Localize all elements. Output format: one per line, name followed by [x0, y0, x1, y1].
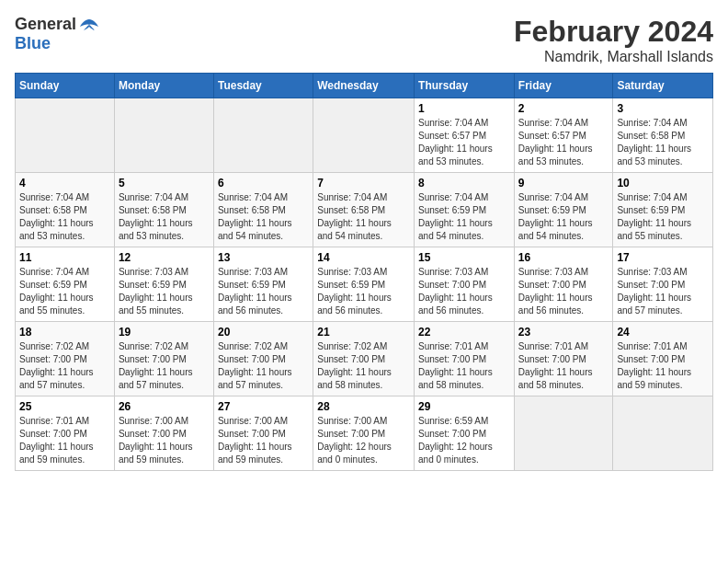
calendar-cell: 15Sunrise: 7:03 AM Sunset: 7:00 PM Dayli…: [415, 247, 515, 322]
day-number: 25: [19, 400, 110, 413]
calendar-cell: 6Sunrise: 7:04 AM Sunset: 6:58 PM Daylig…: [213, 173, 313, 247]
day-number: 11: [19, 251, 110, 264]
day-detail: Sunrise: 7:03 AM Sunset: 6:59 PM Dayligh…: [317, 266, 410, 317]
column-header-wednesday: Wednesday: [313, 74, 415, 98]
calendar-cell: 24Sunrise: 7:01 AM Sunset: 7:00 PM Dayli…: [613, 322, 713, 396]
calendar-cell: 18Sunrise: 7:02 AM Sunset: 7:00 PM Dayli…: [16, 322, 115, 396]
day-number: 26: [119, 400, 210, 413]
calendar-cell: 11Sunrise: 7:04 AM Sunset: 6:59 PM Dayli…: [16, 247, 115, 322]
day-detail: Sunrise: 7:02 AM Sunset: 7:00 PM Dayligh…: [19, 340, 110, 392]
day-detail: Sunrise: 7:04 AM Sunset: 6:58 PM Dayligh…: [617, 117, 709, 168]
calendar-week-2: 4Sunrise: 7:04 AM Sunset: 6:58 PM Daylig…: [16, 173, 713, 247]
calendar-cell: [514, 396, 613, 471]
day-number: 17: [617, 251, 709, 264]
day-detail: Sunrise: 7:01 AM Sunset: 7:00 PM Dayligh…: [617, 340, 709, 392]
column-header-friday: Friday: [514, 74, 613, 98]
calendar-table: SundayMondayTuesdayWednesdayThursdayFrid…: [15, 73, 713, 471]
day-number: 24: [617, 326, 709, 339]
day-number: 20: [218, 326, 309, 339]
calendar-cell: 19Sunrise: 7:02 AM Sunset: 7:00 PM Dayli…: [114, 322, 213, 396]
calendar-cell: 27Sunrise: 7:00 AM Sunset: 7:00 PM Dayli…: [213, 396, 313, 471]
day-detail: Sunrise: 7:03 AM Sunset: 7:00 PM Dayligh…: [418, 266, 510, 317]
day-detail: Sunrise: 7:04 AM Sunset: 6:59 PM Dayligh…: [518, 191, 609, 243]
day-number: 23: [518, 326, 609, 339]
day-number: 14: [317, 251, 410, 264]
day-detail: Sunrise: 6:59 AM Sunset: 7:00 PM Dayligh…: [418, 415, 510, 466]
column-header-tuesday: Tuesday: [213, 74, 313, 98]
column-header-saturday: Saturday: [613, 74, 713, 98]
day-detail: Sunrise: 7:04 AM Sunset: 6:58 PM Dayligh…: [218, 191, 309, 243]
calendar-cell: 22Sunrise: 7:01 AM Sunset: 7:00 PM Dayli…: [415, 322, 515, 396]
day-detail: Sunrise: 7:04 AM Sunset: 6:58 PM Dayligh…: [119, 191, 210, 243]
logo-blue-text: Blue: [15, 34, 51, 53]
calendar-cell: 10Sunrise: 7:04 AM Sunset: 6:59 PM Dayli…: [613, 173, 713, 247]
calendar-cell: [16, 98, 115, 173]
day-detail: Sunrise: 7:00 AM Sunset: 7:00 PM Dayligh…: [317, 415, 410, 466]
calendar-cell: 7Sunrise: 7:04 AM Sunset: 6:58 PM Daylig…: [313, 173, 415, 247]
calendar-cell: [613, 396, 713, 471]
calendar-cell: 21Sunrise: 7:02 AM Sunset: 7:00 PM Dayli…: [313, 322, 415, 396]
day-detail: Sunrise: 7:01 AM Sunset: 7:00 PM Dayligh…: [19, 415, 110, 466]
column-header-monday: Monday: [114, 74, 213, 98]
day-detail: Sunrise: 7:03 AM Sunset: 6:59 PM Dayligh…: [218, 266, 309, 317]
day-number: 21: [317, 326, 410, 339]
day-detail: Sunrise: 7:02 AM Sunset: 7:00 PM Dayligh…: [317, 340, 410, 392]
logo: General Blue: [15, 15, 100, 53]
page-subtitle: Namdrik, Marshall Islands: [514, 49, 713, 65]
column-header-thursday: Thursday: [415, 74, 515, 98]
day-detail: Sunrise: 7:04 AM Sunset: 6:58 PM Dayligh…: [317, 191, 410, 243]
calendar-week-4: 18Sunrise: 7:02 AM Sunset: 7:00 PM Dayli…: [16, 322, 713, 396]
day-detail: Sunrise: 7:00 AM Sunset: 7:00 PM Dayligh…: [119, 415, 210, 466]
calendar-cell: 20Sunrise: 7:02 AM Sunset: 7:00 PM Dayli…: [213, 322, 313, 396]
calendar-cell: 5Sunrise: 7:04 AM Sunset: 6:58 PM Daylig…: [114, 173, 213, 247]
calendar-cell: 29Sunrise: 6:59 AM Sunset: 7:00 PM Dayli…: [415, 396, 515, 471]
calendar-cell: 1Sunrise: 7:04 AM Sunset: 6:57 PM Daylig…: [415, 98, 515, 173]
day-detail: Sunrise: 7:03 AM Sunset: 6:59 PM Dayligh…: [119, 266, 210, 317]
calendar-cell: 25Sunrise: 7:01 AM Sunset: 7:00 PM Dayli…: [16, 396, 115, 471]
day-number: 12: [119, 251, 210, 264]
day-number: 4: [19, 177, 110, 190]
page-title: February 2024: [514, 15, 713, 49]
day-number: 18: [19, 326, 110, 339]
day-detail: Sunrise: 7:04 AM Sunset: 6:59 PM Dayligh…: [617, 191, 709, 243]
day-detail: Sunrise: 7:04 AM Sunset: 6:58 PM Dayligh…: [19, 191, 110, 243]
calendar-header-row: SundayMondayTuesdayWednesdayThursdayFrid…: [16, 74, 713, 98]
calendar-cell: 3Sunrise: 7:04 AM Sunset: 6:58 PM Daylig…: [613, 98, 713, 173]
calendar-cell: 26Sunrise: 7:00 AM Sunset: 7:00 PM Dayli…: [114, 396, 213, 471]
day-number: 6: [218, 177, 309, 190]
day-detail: Sunrise: 7:04 AM Sunset: 6:59 PM Dayligh…: [19, 266, 110, 317]
day-number: 8: [418, 177, 510, 190]
calendar-cell: 9Sunrise: 7:04 AM Sunset: 6:59 PM Daylig…: [514, 173, 613, 247]
calendar-cell: 2Sunrise: 7:04 AM Sunset: 6:57 PM Daylig…: [514, 98, 613, 173]
calendar-cell: 14Sunrise: 7:03 AM Sunset: 6:59 PM Dayli…: [313, 247, 415, 322]
day-detail: Sunrise: 7:04 AM Sunset: 6:57 PM Dayligh…: [418, 117, 510, 168]
calendar-cell: 28Sunrise: 7:00 AM Sunset: 7:00 PM Dayli…: [313, 396, 415, 471]
day-detail: Sunrise: 7:03 AM Sunset: 7:00 PM Dayligh…: [518, 266, 609, 317]
calendar-cell: [313, 98, 415, 173]
day-number: 28: [317, 400, 410, 413]
day-detail: Sunrise: 7:03 AM Sunset: 7:00 PM Dayligh…: [617, 266, 709, 317]
calendar-cell: 8Sunrise: 7:04 AM Sunset: 6:59 PM Daylig…: [415, 173, 515, 247]
day-number: 1: [418, 102, 510, 115]
calendar-week-3: 11Sunrise: 7:04 AM Sunset: 6:59 PM Dayli…: [16, 247, 713, 322]
column-header-sunday: Sunday: [16, 74, 115, 98]
day-number: 7: [317, 177, 410, 190]
calendar-body: 1Sunrise: 7:04 AM Sunset: 6:57 PM Daylig…: [16, 98, 713, 471]
day-detail: Sunrise: 7:02 AM Sunset: 7:00 PM Dayligh…: [218, 340, 309, 392]
calendar-cell: 17Sunrise: 7:03 AM Sunset: 7:00 PM Dayli…: [613, 247, 713, 322]
day-detail: Sunrise: 7:04 AM Sunset: 6:59 PM Dayligh…: [418, 191, 510, 243]
day-number: 22: [418, 326, 510, 339]
day-detail: Sunrise: 7:02 AM Sunset: 7:00 PM Dayligh…: [119, 340, 210, 392]
day-number: 29: [418, 400, 510, 413]
logo-general-text: General: [15, 15, 76, 34]
calendar-cell: 4Sunrise: 7:04 AM Sunset: 6:58 PM Daylig…: [16, 173, 115, 247]
calendar-cell: 12Sunrise: 7:03 AM Sunset: 6:59 PM Dayli…: [114, 247, 213, 322]
day-detail: Sunrise: 7:01 AM Sunset: 7:00 PM Dayligh…: [518, 340, 609, 392]
day-detail: Sunrise: 7:01 AM Sunset: 7:00 PM Dayligh…: [418, 340, 510, 392]
day-number: 15: [418, 251, 510, 264]
calendar-cell: 23Sunrise: 7:01 AM Sunset: 7:00 PM Dayli…: [514, 322, 613, 396]
calendar-cell: 13Sunrise: 7:03 AM Sunset: 6:59 PM Dayli…: [213, 247, 313, 322]
day-number: 16: [518, 251, 609, 264]
page-header: General Blue February 2024 Namdrik, Mars…: [15, 15, 713, 65]
day-detail: Sunrise: 7:04 AM Sunset: 6:57 PM Dayligh…: [518, 117, 609, 168]
